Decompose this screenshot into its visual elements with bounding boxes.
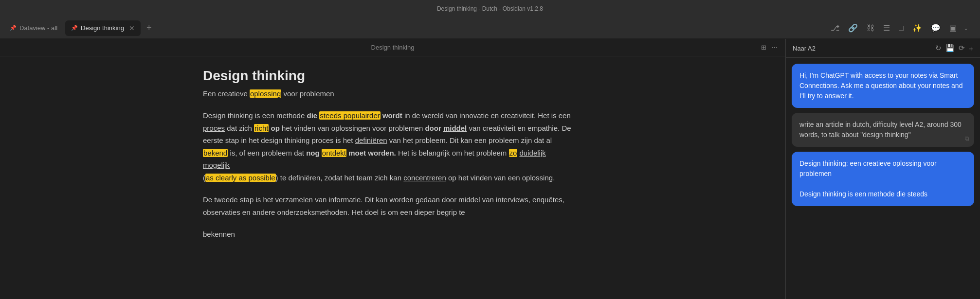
chat-message-1: Hi, I'm ChatGPT with access to your note…: [792, 64, 974, 108]
layout-icon[interactable]: ▣: [947, 21, 959, 35]
chat-icon[interactable]: 💬: [929, 21, 943, 35]
link-duidelijk[interactable]: duidelijk: [520, 149, 546, 157]
subtitle-highlight: oplossing: [250, 89, 281, 98]
chat-add-icon[interactable]: +: [969, 44, 973, 53]
pin-icon: 📌: [10, 25, 17, 31]
chat-header: Naar A2 ↻ 💾 ⟳ +: [786, 39, 980, 58]
document-subtitle: Een creatieve oplossing voor problemen: [203, 89, 573, 98]
tab-dataview-label: Dataview - all: [19, 24, 57, 32]
chat-save-icon[interactable]: 💾: [945, 44, 955, 53]
link-definieren[interactable]: definiëren: [355, 136, 387, 144]
link-verzamelen[interactable]: verzamelen: [275, 195, 313, 204]
highlight-richt: richt: [254, 124, 269, 132]
chat-message-2-text: write an article in dutch, difficulty le…: [799, 121, 962, 139]
window-title: Design thinking - Dutch - Obsidian v1.2.…: [437, 5, 543, 12]
bold-text-1: die: [307, 111, 319, 120]
editor-header-icons: ⊞ ⋯: [761, 44, 778, 51]
bold-nog: nog: [306, 149, 320, 157]
chat-message-1-text: Hi, I'm ChatGPT with access to your note…: [799, 71, 962, 100]
dropdown-button[interactable]: ⌄: [963, 25, 968, 32]
more-options-icon[interactable]: ⋯: [771, 44, 778, 51]
paragraph-1: Design thinking is een methode die steed…: [203, 109, 573, 184]
title-bar: Design thinking - Dutch - Obsidian v1.2.…: [0, 0, 980, 18]
editor-panel: Design thinking ⊞ ⋯ Design thinking Een …: [0, 39, 785, 299]
tab-design-thinking[interactable]: 📌 Design thinking ✕: [65, 20, 141, 36]
tab-bar: 📌 Dataview - all 📌 Design thinking ✕ + ⎇…: [0, 18, 980, 39]
highlight-ontdekt: ontdekt: [322, 149, 346, 157]
chat-refresh-icon[interactable]: ↻: [935, 44, 942, 53]
bold-door: door: [425, 124, 441, 132]
document-title: Design thinking: [203, 68, 573, 84]
bold-moet-worden: moet worden.: [348, 149, 396, 157]
highlight-populairder: steeds populairder: [319, 111, 380, 120]
tab-dataview[interactable]: 📌 Dataview - all: [4, 20, 63, 36]
chat-message-3: Design thinking: een creatieve oplossing…: [792, 152, 974, 206]
kanban-icon[interactable]: □: [897, 22, 906, 35]
chat-history-icon[interactable]: ⟳: [959, 44, 965, 53]
chat-message-3-text: Design thinking: een creatieve oplossing…: [799, 159, 937, 198]
reading-view-icon[interactable]: ⊞: [761, 44, 766, 51]
toolbar-right: ⎇ 🔗 ⛓ ☰ □ ✨ 💬 ▣ ⌄: [829, 21, 976, 35]
link-mogelijk[interactable]: mogelijk: [203, 161, 230, 169]
link-concentreren[interactable]: concentreren: [403, 174, 446, 182]
editor-content[interactable]: Design thinking Een creatieve oplossing …: [174, 56, 612, 299]
highlight-clearly: as clearly as possible: [205, 174, 276, 182]
highlight-zo: zo: [509, 149, 518, 157]
pin-icon-2: 📌: [71, 25, 78, 31]
bold-op: op: [271, 124, 280, 132]
bold-underline-middel[interactable]: middel: [443, 124, 467, 132]
highlight-bekend: bekend: [203, 149, 228, 157]
tab-close-button[interactable]: ✕: [129, 24, 135, 32]
list-icon[interactable]: ☰: [881, 21, 892, 35]
tab-design-thinking-label: Design thinking: [81, 24, 124, 32]
branch-icon[interactable]: ⎇: [829, 21, 841, 35]
main-layout: Design thinking ⊞ ⋯ Design thinking Een …: [0, 39, 980, 299]
chat-message-2: write an article in dutch, difficulty le…: [792, 113, 974, 147]
paragraph-3: bekennen: [203, 228, 573, 241]
bold-text-wordt: wordt: [382, 111, 402, 120]
subtitle-prefix: Een creatieve: [203, 89, 250, 98]
link-icon[interactable]: 🔗: [846, 21, 860, 35]
editor-header: Design thinking ⊞ ⋯: [0, 39, 785, 56]
subtitle-suffix: voor problemen: [281, 89, 334, 98]
link-proces[interactable]: proces: [203, 124, 225, 132]
paragraph-2: De tweede stap is het verzamelen van inf…: [203, 193, 573, 218]
editor-header-title: Design thinking: [371, 44, 415, 51]
sparkle-icon[interactable]: ✨: [910, 21, 924, 35]
document-body: Design thinking is een methode die steed…: [203, 109, 573, 241]
copy-icon[interactable]: ⧉: [965, 134, 969, 143]
chain-icon[interactable]: ⛓: [865, 22, 876, 35]
chat-messages: Hi, I'm ChatGPT with access to your note…: [786, 58, 980, 299]
chat-panel: Naar A2 ↻ 💾 ⟳ + Hi, I'm ChatGPT with acc…: [785, 39, 980, 299]
chat-header-title: Naar A2: [793, 45, 931, 52]
new-tab-button[interactable]: +: [143, 21, 156, 35]
